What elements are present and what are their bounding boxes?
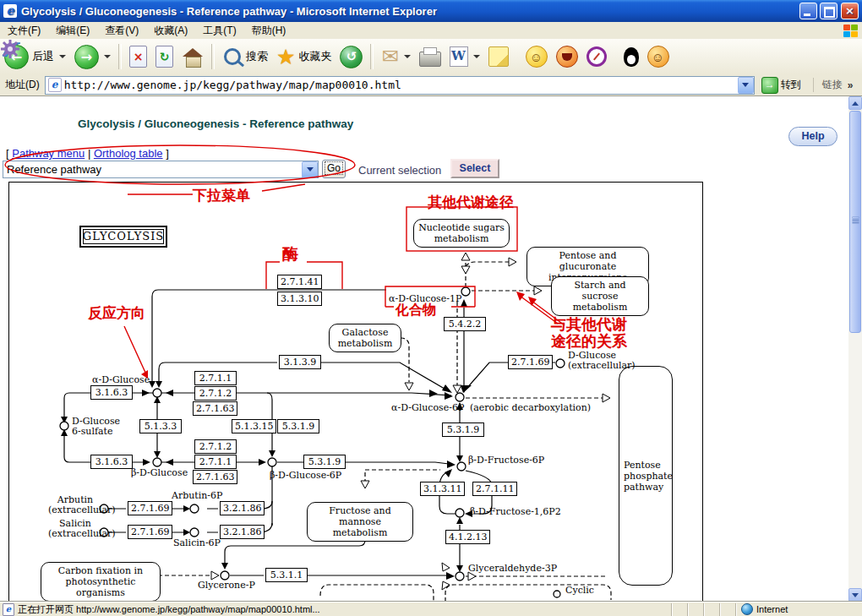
enzyme-box[interactable]: 3.1.3.10 — [277, 292, 322, 306]
pathway-box-fructose-mannose[interactable]: Fructose and mannose metabolism — [307, 502, 413, 542]
enzyme-box[interactable]: 5.3.1.9 — [442, 422, 484, 437]
pathway-select-dropdown[interactable]: Reference pathway — [3, 161, 319, 178]
edit-with-word-button[interactable]: W — [445, 45, 484, 68]
help-label: Help — [801, 130, 824, 142]
enzyme-box[interactable]: 5.3.1.1 — [265, 568, 308, 582]
nav-separator: | — [88, 147, 90, 160]
word-dropdown-icon[interactable] — [473, 55, 480, 58]
address-dropdown-icon[interactable] — [738, 77, 754, 94]
stop-icon: × — [129, 46, 147, 68]
enzyme-box[interactable]: 3.2.1.86 — [220, 501, 265, 515]
enzyme-box[interactable]: 5.1.3.15 — [232, 419, 276, 433]
enzyme-box[interactable]: 2.7.1.2 — [194, 386, 237, 401]
favorites-button[interactable]: ★ 收藏夹 — [272, 45, 336, 69]
mail-icon: ✉ — [381, 46, 398, 67]
enzyme-box[interactable]: 2.7.1.41 — [277, 275, 322, 289]
enzyme-box[interactable]: 5.3.1.9 — [303, 455, 346, 469]
mail-dropdown-icon[interactable] — [404, 55, 411, 58]
enzyme-box[interactable]: 2.7.1.2 — [194, 439, 237, 454]
laughing-face-icon — [556, 46, 578, 68]
status-cell — [703, 603, 719, 616]
pathway-box-nucleotide-sugars[interactable]: Nucleotide sugars metabolism — [413, 219, 510, 248]
pathway-go-label: Go — [325, 162, 342, 174]
annotation-other-pathways: 其他代谢途径 — [428, 193, 514, 212]
pathway-go-button[interactable]: Go — [322, 160, 346, 178]
enzyme-box[interactable]: 3.2.1.86 — [220, 525, 265, 539]
search-label: 搜索 — [246, 49, 268, 64]
qq-penguin-icon — [624, 47, 639, 67]
menu-edit[interactable]: 编辑(E) — [48, 22, 97, 40]
pathway-box-pentose-phosphate[interactable]: Pentose phosphate pathway — [619, 366, 673, 586]
close-button[interactable]: × — [841, 3, 859, 19]
enzyme-box[interactable]: 2.7.1.1 — [194, 455, 237, 469]
qq-mail-button[interactable]: ☺ — [521, 44, 552, 69]
pathway-box-carbon-fixation[interactable]: Carbon fixation in photosynthetic organi… — [41, 562, 161, 602]
toolbar-separator — [118, 44, 122, 69]
pathway-box-starch-sucrose[interactable]: Starch and sucrose metabolism — [551, 276, 649, 316]
enzyme-box[interactable]: 3.1.6.3 — [90, 455, 133, 469]
print-icon — [419, 52, 441, 67]
back-dropdown-icon[interactable] — [59, 55, 66, 58]
address-label: 地址(D) — [0, 78, 45, 92]
pathway-menu-link[interactable]: Pathway menu — [12, 147, 85, 160]
print-button[interactable] — [415, 45, 445, 68]
orange-smiley-icon: ☺ — [647, 46, 669, 68]
enzyme-box[interactable]: 2.7.1.63 — [193, 470, 237, 484]
links-label[interactable]: 链接 — [813, 78, 843, 92]
forward-button[interactable]: → — [70, 43, 115, 71]
enzyme-box[interactable]: 5.3.1.9 — [277, 419, 319, 433]
thunder-button[interactable] — [513, 55, 521, 58]
scrollbar-thumb[interactable] — [849, 111, 861, 333]
enzyme-box[interactable]: 2.7.1.69 — [508, 355, 553, 369]
scroll-down-button[interactable] — [848, 588, 862, 602]
forward-icon: → — [74, 45, 99, 69]
internet-globe-icon — [741, 603, 753, 615]
scroll-up-button[interactable] — [848, 96, 862, 110]
qq-button[interactable] — [619, 46, 643, 68]
menu-tools[interactable]: 工具(T) — [195, 22, 243, 40]
maximize-button[interactable] — [820, 3, 837, 19]
home-button[interactable] — [177, 45, 208, 68]
pathway-select-arrow-icon[interactable] — [302, 161, 318, 178]
minimize-button[interactable] — [799, 3, 817, 19]
laugh-face-button[interactable] — [552, 44, 582, 69]
menu-help[interactable]: 帮助(H) — [244, 22, 294, 40]
menu-favorites[interactable]: 收藏(A) — [146, 22, 195, 40]
enzyme-box[interactable]: 3.1.3.11 — [420, 482, 465, 496]
menu-file[interactable]: 文件(F) — [0, 22, 48, 40]
enzyme-box[interactable]: 2.7.1.1 — [194, 371, 237, 385]
toolbar-separator — [370, 44, 374, 69]
stop-button[interactable]: × — [125, 44, 151, 69]
enzyme-box[interactable]: 3.1.6.3 — [90, 385, 133, 400]
mail-button[interactable]: ✉ — [377, 45, 414, 68]
pathway-box-galactose[interactable]: Galactose metabolism — [329, 324, 401, 352]
browser-circle-button[interactable] — [582, 45, 611, 68]
refresh-button[interactable]: ↻ — [151, 44, 177, 69]
links-more-chevron[interactable]: » — [848, 79, 854, 91]
address-input[interactable] — [64, 79, 738, 92]
search-button[interactable]: 搜索 — [218, 45, 272, 68]
help-button[interactable]: Help — [788, 127, 837, 146]
menu-view[interactable]: 查看(V) — [97, 22, 146, 40]
ortholog-table-link[interactable]: Ortholog table — [94, 147, 163, 160]
history-button[interactable]: ↺ — [336, 44, 367, 70]
enzyme-box[interactable]: 2.7.1.63 — [193, 401, 237, 416]
forward-dropdown-icon[interactable] — [104, 55, 111, 58]
go-button[interactable]: → 转到 — [761, 77, 801, 94]
vertical-scrollbar[interactable] — [848, 96, 862, 602]
messenger-button[interactable]: ☺ — [643, 44, 674, 69]
settings-button[interactable] — [611, 55, 619, 58]
enzyme-box[interactable]: 5.4.2.2 — [444, 317, 486, 331]
enzyme-box[interactable]: 4.1.2.13 — [445, 530, 490, 544]
compound-label: Glyceraldehyde-3P — [468, 564, 557, 574]
enzyme-box[interactable]: 2.7.1.11 — [472, 482, 517, 496]
select-button[interactable]: Select — [450, 159, 499, 178]
nav-bracket-close: ] — [166, 147, 169, 160]
enzyme-box[interactable]: 2.7.1.69 — [128, 525, 172, 539]
enzyme-box[interactable]: 3.1.3.9 — [279, 355, 321, 369]
compound-label: α-D-Glucose — [92, 375, 150, 385]
enzyme-box[interactable]: 5.1.3.3 — [139, 419, 182, 433]
go-label: 转到 — [781, 78, 801, 92]
notes-button[interactable] — [484, 45, 513, 68]
enzyme-box[interactable]: 2.7.1.69 — [128, 501, 172, 515]
